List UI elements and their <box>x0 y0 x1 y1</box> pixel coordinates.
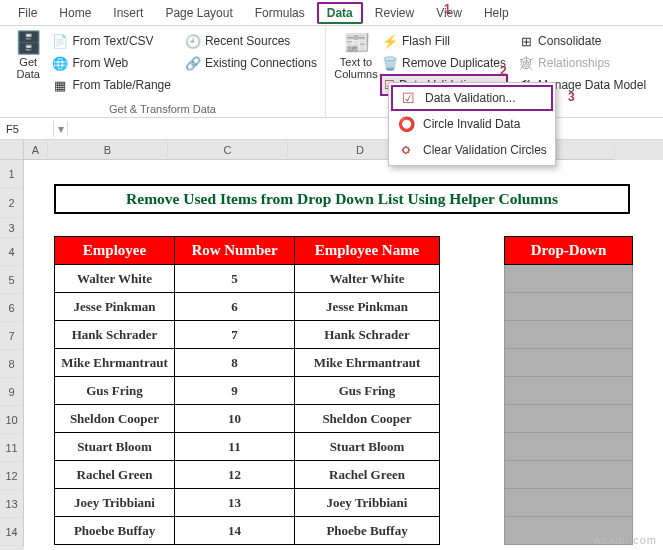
table-row[interactable]: Gus Fring9Gus Fring <box>55 377 440 405</box>
cell-row: 10 <box>175 405 295 433</box>
tab-data[interactable]: Data <box>317 2 363 24</box>
from-text-csv-button[interactable]: 📄From Text/CSV <box>50 30 173 52</box>
dropdown-cell[interactable] <box>505 461 633 489</box>
header-employee-name: Employee Name <box>295 237 440 265</box>
row-header[interactable]: 1 <box>0 160 24 188</box>
get-data-label: Get Data <box>17 56 40 80</box>
table-row[interactable]: Joey Tribbiani13Joey Tribbiani <box>55 489 440 517</box>
cell-emp: Hank Schrader <box>55 321 175 349</box>
cell-name: Joey Tribbiani <box>295 489 440 517</box>
clear-circles-icon: ⭘ <box>397 142 415 158</box>
sheet-cells[interactable]: Remove Used Items from Drop Down List Us… <box>24 160 663 550</box>
dropdown-cell[interactable] <box>505 489 633 517</box>
row-header[interactable]: 2 <box>0 188 24 218</box>
cell-name: Rachel Green <box>295 461 440 489</box>
dropdown-cell[interactable] <box>505 405 633 433</box>
remove-duplicates-button[interactable]: 🗑️Remove Duplicates <box>380 52 508 74</box>
dropdown-table: Drop-Down <box>504 236 633 545</box>
row-header[interactable]: 9 <box>0 378 24 406</box>
table-row[interactable]: Sheldon Cooper10Sheldon Cooper <box>55 405 440 433</box>
table-row[interactable]: Rachel Green12Rachel Green <box>55 461 440 489</box>
cell-row: 14 <box>175 517 295 545</box>
table-row[interactable]: Phoebe Buffay14Phoebe Buffay <box>55 517 440 545</box>
name-box[interactable]: F5 <box>0 121 54 137</box>
menu-circle-invalid[interactable]: ⭕ Circle Invalid Data <box>391 111 553 137</box>
cell-emp: Walter White <box>55 265 175 293</box>
dropdown-cell[interactable] <box>505 349 633 377</box>
header-drop-down: Drop-Down <box>505 237 633 265</box>
dropdown-cell[interactable] <box>505 433 633 461</box>
cell-emp: Rachel Green <box>55 461 175 489</box>
dropdown-cell[interactable] <box>505 377 633 405</box>
col-header[interactable]: B <box>48 140 168 160</box>
row-header[interactable]: 5 <box>0 266 24 294</box>
table-row[interactable]: Walter White5Walter White <box>55 265 440 293</box>
circle-invalid-icon: ⭕ <box>397 116 415 132</box>
tab-insert[interactable]: Insert <box>103 2 153 24</box>
title-banner: Remove Used Items from Drop Down List Us… <box>54 184 630 214</box>
cell-row: 13 <box>175 489 295 517</box>
table-row[interactable]: Hank Schrader7Hank Schrader <box>55 321 440 349</box>
relationships-button[interactable]: 🕸Relationships <box>516 52 648 74</box>
main-data-table: Employee Row Number Employee Name Walter… <box>54 236 440 545</box>
col-header[interactable]: C <box>168 140 288 160</box>
formula-bar-row: F5 ▾ <box>0 118 663 140</box>
flash-fill-label: Flash Fill <box>402 34 450 48</box>
relationships-label: Relationships <box>538 56 610 70</box>
menu-clear-circles[interactable]: ⭘ Clear Validation Circles <box>391 137 553 163</box>
tab-review[interactable]: Review <box>365 2 424 24</box>
row-header[interactable]: 7 <box>0 322 24 350</box>
from-web-button[interactable]: 🌐From Web <box>50 52 173 74</box>
name-box-dropdown-icon[interactable]: ▾ <box>54 122 68 136</box>
column-headers: A B C D E F <box>24 140 663 160</box>
header-employee: Employee <box>55 237 175 265</box>
table-row[interactable]: Stuart Bloom11Stuart Bloom <box>55 433 440 461</box>
table-row[interactable]: Jesse Pinkman6Jesse Pinkman <box>55 293 440 321</box>
menu-clear-circles-label: Clear Validation Circles <box>423 143 547 157</box>
flash-fill-button[interactable]: ⚡Flash Fill <box>380 30 508 52</box>
menu-circle-invalid-label: Circle Invalid Data <box>423 117 520 131</box>
row-header[interactable]: 13 <box>0 490 24 518</box>
from-table-label: From Table/Range <box>72 78 171 92</box>
tab-home[interactable]: Home <box>49 2 101 24</box>
col-header[interactable]: A <box>24 140 48 160</box>
cell-emp: Mike Ehrmantraut <box>55 349 175 377</box>
tab-file[interactable]: File <box>8 2 47 24</box>
get-data-button[interactable]: 🗄️ Get Data <box>6 30 50 82</box>
cell-emp: Gus Fring <box>55 377 175 405</box>
dropdown-cell[interactable] <box>505 293 633 321</box>
row-header[interactable]: 4 <box>0 238 24 266</box>
dropdown-cell[interactable] <box>505 265 633 293</box>
cell-row: 7 <box>175 321 295 349</box>
annotation-2: 2 <box>500 64 507 78</box>
existing-connections-button[interactable]: 🔗Existing Connections <box>183 52 319 74</box>
from-table-range-button[interactable]: ▦From Table/Range <box>50 74 173 96</box>
cell-row: 5 <box>175 265 295 293</box>
row-header[interactable]: 6 <box>0 294 24 322</box>
select-all-corner[interactable] <box>0 140 24 160</box>
data-validation-dropdown: ☑ Data Validation... ⭕ Circle Invalid Da… <box>388 82 556 166</box>
recent-label: Recent Sources <box>205 34 290 48</box>
row-header[interactable]: 11 <box>0 434 24 462</box>
cell-name: Jesse Pinkman <box>295 293 440 321</box>
dropdown-cell[interactable] <box>505 321 633 349</box>
table-row[interactable]: Mike Ehrmantraut8Mike Ehrmantraut <box>55 349 440 377</box>
recent-sources-button[interactable]: 🕘Recent Sources <box>183 30 319 52</box>
tab-page-layout[interactable]: Page Layout <box>155 2 242 24</box>
row-header[interactable]: 3 <box>0 218 24 238</box>
tab-formulas[interactable]: Formulas <box>245 2 315 24</box>
consolidate-icon: ⊞ <box>518 34 534 49</box>
recent-icon: 🕘 <box>185 34 201 49</box>
consolidate-button[interactable]: ⊞Consolidate <box>516 30 648 52</box>
cell-name: Sheldon Cooper <box>295 405 440 433</box>
row-header[interactable]: 8 <box>0 350 24 378</box>
row-header[interactable]: 14 <box>0 518 24 546</box>
cell-name: Gus Fring <box>295 377 440 405</box>
menu-data-validation-label: Data Validation... <box>425 91 516 105</box>
row-header[interactable]: 10 <box>0 406 24 434</box>
row-header[interactable]: 12 <box>0 462 24 490</box>
ribbon-tabs: File Home Insert Page Layout Formulas Da… <box>0 0 663 26</box>
tab-help[interactable]: Help <box>474 2 519 24</box>
menu-data-validation[interactable]: ☑ Data Validation... <box>391 85 553 111</box>
text-to-columns-button[interactable]: 📰 Text to Columns <box>332 30 380 82</box>
